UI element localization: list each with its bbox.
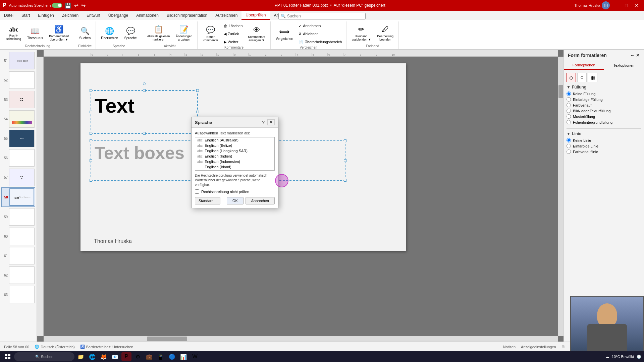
tab-aufzeichnen[interactable]: Aufzeichnen <box>211 11 241 20</box>
start-button[interactable] <box>3 352 13 361</box>
panel-close-button[interactable]: ✕ <box>636 53 640 58</box>
aenderungen-button[interactable]: 📝 Änderungenanzeigen <box>173 23 195 43</box>
taskbar-word[interactable]: W <box>190 352 200 361</box>
ablehnen-button[interactable]: ✗ Ablehnen <box>297 30 343 38</box>
annehmen-button[interactable]: ✓ Annehmen <box>297 22 343 29</box>
lang-item-2[interactable]: abc Englisch (Belize) <box>195 143 274 148</box>
folienhintergrund-radio[interactable] <box>567 120 571 124</box>
save-icon[interactable]: 💾 <box>65 2 71 9</box>
slide-thumb-60[interactable]: 60 <box>1 227 35 246</box>
zurueck-button[interactable]: ◀ Zurück <box>222 30 245 38</box>
keine-linie-radio[interactable] <box>567 138 571 142</box>
slide-thumb-61[interactable]: 61 <box>1 246 35 265</box>
autosave-switch[interactable] <box>52 3 62 8</box>
ok-button[interactable]: OK <box>227 197 244 204</box>
einfarbig-fullung-radio[interactable] <box>567 97 571 102</box>
slide-thumb-56[interactable]: 56 <box>1 148 35 167</box>
keine-fullung-radio[interactable] <box>567 92 571 96</box>
canvas-area[interactable]: 9 8 7 6 5 4 3 2 1 0 1 2 3 4 5 6 7 8 9 10 <box>37 50 564 342</box>
tab-uebergaenge[interactable]: Übergänge <box>104 11 132 20</box>
bearbeitung-bereich-button[interactable]: 📄 Überarbeitungsbereich <box>297 38 343 46</box>
taskbar-app-1[interactable]: ⚙ <box>133 352 143 361</box>
rechtschreibung-button[interactable]: abc Recht-schreibung <box>4 23 23 43</box>
barrierefreiheit-button[interactable]: ♿ Barrierefreiheitüberprüfen ▼ <box>47 23 71 43</box>
shape-icon-circle[interactable]: ○ <box>577 73 587 82</box>
kommentare-anzeigen-button[interactable]: 👁 Kommentareanzeigen ▼ <box>246 24 268 44</box>
taskbar-chrome[interactable]: 🌐 <box>87 352 97 361</box>
farbverlauf-linie-radio[interactable] <box>567 149 571 154</box>
panel-back-button[interactable]: ← <box>630 53 635 58</box>
taskbar-file-explorer[interactable]: 📁 <box>76 352 86 361</box>
search-taskbar[interactable]: 🔍 Suchen <box>14 352 74 361</box>
tab-ueberpruefen[interactable]: Überprüfen <box>241 11 270 20</box>
display-settings-button[interactable]: Anzeigeeinstellungen <box>521 345 556 349</box>
slide-thumb-62[interactable]: 62 <box>1 266 35 285</box>
sprache-button[interactable]: 💬 Sprache <box>122 23 139 43</box>
fullung-header[interactable]: ▼ Füllung <box>567 85 641 89</box>
maximize-button[interactable]: □ <box>623 1 631 9</box>
autosave-toggle[interactable]: Automatisches Speichern <box>9 3 62 8</box>
uebersetzen-button[interactable]: 🌐 Übersetzen <box>99 23 120 43</box>
panel-tab-textoptionen[interactable]: Textoptionen <box>604 61 644 70</box>
linie-header[interactable]: ▼ Linie <box>567 131 641 136</box>
slide-thumb-63[interactable]: 63 <box>1 285 35 304</box>
notes-button[interactable]: Notizen <box>503 345 516 349</box>
suchen-button[interactable]: 🔍 Suchen <box>77 23 93 43</box>
lang-item-1[interactable]: abc Englisch (Australien) <box>195 137 274 143</box>
shape-icon-grid[interactable]: ▦ <box>588 73 597 82</box>
tab-entwurf[interactable]: Entwurf <box>83 11 104 20</box>
tab-datei[interactable]: Datei <box>0 11 17 20</box>
shape-icon-diamond[interactable]: ◇ <box>567 73 576 82</box>
panel-tab-formoptionen[interactable]: Formoptionen <box>564 61 604 70</box>
lang-item-5[interactable]: abc Englisch (Indonesien) <box>195 159 274 164</box>
bearbeitung-beenden-button[interactable]: 🖊 Bearbeitungbeenden <box>375 23 396 43</box>
lang-item-6[interactable]: abc Englisch (Irland) <box>195 164 274 170</box>
lang-list[interactable]: abc Englisch (Australien) abc Englisch (… <box>195 137 275 171</box>
dialog-help-button[interactable]: ? <box>262 119 265 125</box>
slide-panel[interactable]: 51 Rote Faden 52 53 ■ ■■ ■ 54 55 IMG <box>0 50 37 342</box>
lang-item-3[interactable]: abc Englisch (Hongkong SAR) <box>195 148 274 154</box>
tab-bildschirm[interactable]: Bildschirmpräsentation <box>163 11 211 20</box>
freihand-ausblenden-button[interactable]: ✏ Freihandausblenden ▼ <box>349 23 373 43</box>
slide-thumb-52[interactable]: 52 <box>1 71 35 89</box>
alles-gelesen-button[interactable]: 📋 Alles als gelesenmarkieren <box>145 23 172 43</box>
rechtschreibung-checkbox[interactable] <box>195 189 199 194</box>
taskbar-app-4[interactable]: 🔵 <box>167 352 177 361</box>
neuer-kommentar-button[interactable]: 💬 NeuerKommentar <box>200 24 221 44</box>
tab-start[interactable]: Start <box>17 11 34 20</box>
dialog-close-button[interactable]: ✕ <box>267 119 275 125</box>
taskbar-app-5[interactable]: 📊 <box>178 352 189 361</box>
slide-thumb-54[interactable]: 54 <box>1 110 35 128</box>
minimize-button[interactable]: — <box>611 1 621 9</box>
taskbar-outlook[interactable]: 📧 <box>110 352 120 361</box>
taskbar-app-3[interactable]: 📱 <box>156 352 166 361</box>
vergleichen-button[interactable]: ⟺ Vergleichen <box>273 24 296 44</box>
taskbar-firefox[interactable]: 🦊 <box>99 352 109 361</box>
close-button[interactable]: ✕ <box>632 1 641 9</box>
cancel-button[interactable]: Abbrechen <box>246 197 275 204</box>
lang-item-4[interactable]: abc Englisch (Indien) <box>195 154 274 159</box>
tab-animationen[interactable]: Animationen <box>132 11 163 20</box>
tab-zeichnen[interactable]: Zeichnen <box>58 11 83 20</box>
standard-button[interactable]: Standard... <box>195 197 220 204</box>
taskbar-app-2[interactable]: 💼 <box>144 352 154 361</box>
search-input[interactable] <box>287 14 361 18</box>
einfarbig-linie-radio[interactable] <box>567 144 571 148</box>
farbverlauf-radio[interactable] <box>567 103 571 107</box>
slide-thumb-59[interactable]: 59 <box>1 207 35 226</box>
slide-thumb-58[interactable]: 58 Text Text boxes <box>1 187 35 207</box>
tab-einfuegen[interactable]: Einfügen <box>34 11 58 20</box>
slide-thumb-55[interactable]: 55 IMG <box>1 129 35 148</box>
bild-fullung-radio[interactable] <box>567 109 571 113</box>
slide-thumb-57[interactable]: 57 ■ ■■ <box>1 168 35 187</box>
thesaurus-button[interactable]: 📖 Thesaurus <box>25 23 45 43</box>
muster-fullung-radio[interactable] <box>567 114 571 119</box>
view-normal-icon[interactable]: ⊞ <box>561 345 565 349</box>
loeschen-button[interactable]: 🗑 Löschen <box>222 22 245 29</box>
slide-thumb-51[interactable]: 51 Rote Faden <box>1 51 35 70</box>
undo-icon[interactable]: ↩ <box>74 2 78 9</box>
slide-thumb-53[interactable]: 53 ■ ■■ ■ <box>1 90 35 109</box>
weiter-button[interactable]: ▶ Weiter <box>222 38 245 46</box>
redo-icon[interactable]: ↪ <box>81 2 86 9</box>
taskbar-powerpoint[interactable]: P <box>121 352 131 361</box>
